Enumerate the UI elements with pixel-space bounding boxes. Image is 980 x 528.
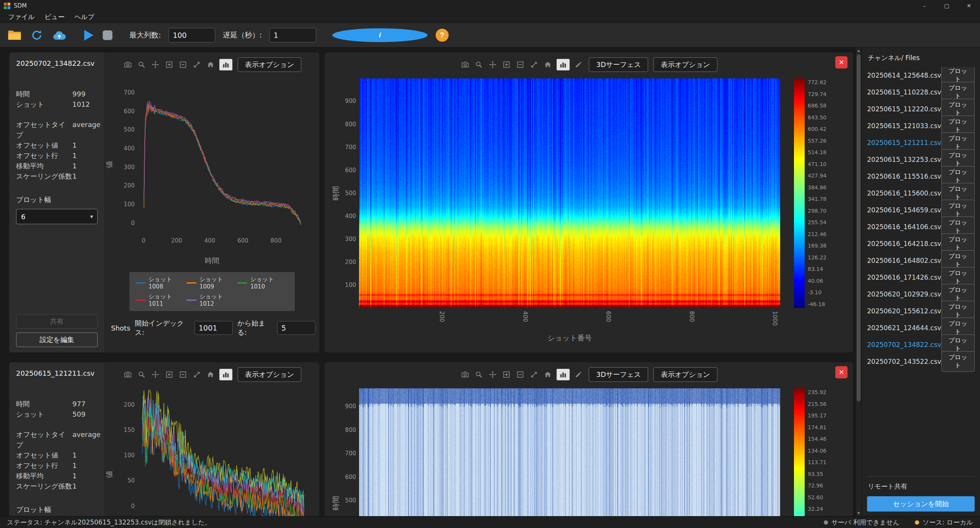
file-name[interactable]: 20250616_164802.csv (867, 257, 941, 264)
plot-width-select[interactable]: 6 (16, 209, 98, 224)
menu-item-2[interactable]: ヘルプ (69, 11, 99, 23)
file-name[interactable]: 20250615_112220.csv (867, 105, 941, 113)
heatmap-canvas[interactable] (359, 388, 780, 516)
file-name[interactable]: 20250615_110228.csv (867, 88, 941, 96)
open-folder-button[interactable] (7, 29, 22, 42)
line-chart-canvas[interactable] (109, 384, 315, 516)
file-name[interactable]: 20250615_132253.csv (867, 156, 941, 163)
file-name[interactable]: 20250621_124644.csv (867, 324, 941, 332)
file-name[interactable]: 20250620_155612.csv (867, 307, 941, 315)
file-name[interactable]: 20250616_115516.csv (867, 173, 941, 180)
legend-item[interactable]: ショット 1012 (186, 293, 237, 307)
pan-icon[interactable] (488, 370, 498, 380)
legend-item[interactable]: ショット 1009 (186, 276, 237, 290)
file-name[interactable]: 20250615_121211.csv (867, 139, 941, 147)
menu-item-0[interactable]: ファイル (3, 11, 40, 23)
close-heatmap-button[interactable]: ✕ (835, 366, 848, 378)
file-name[interactable]: 20250615_121033.csv (867, 122, 941, 130)
start-session-button[interactable]: セッションを開始 (867, 496, 975, 512)
bars-icon[interactable] (557, 59, 570, 70)
vertical-scrollbar[interactable]: ▲ ▼ (856, 47, 861, 516)
info-button[interactable]: i (332, 28, 428, 42)
shots-count-input[interactable] (277, 321, 315, 335)
legend-swatch-icon (237, 282, 247, 284)
surface-3d-button[interactable]: 3Dサーフェス (589, 367, 648, 382)
legend-item[interactable]: ショット 1010 (237, 276, 288, 290)
camera-icon[interactable] (460, 60, 470, 70)
file-name[interactable]: 20250616_164218.csv (867, 240, 941, 248)
help-button[interactable]: ? (436, 29, 449, 42)
zoom-in-icon[interactable] (164, 370, 174, 380)
edit-settings-button[interactable]: 設定を編集 (16, 332, 98, 347)
line-chart-canvas[interactable] (109, 74, 315, 254)
autoscale-icon[interactable] (192, 370, 202, 380)
maximize-icon[interactable]: ▢ (936, 0, 958, 11)
display-options-button[interactable]: 表示オプション (238, 57, 301, 72)
share-button[interactable]: 共有 (16, 314, 98, 329)
scrollbar-thumb[interactable] (857, 54, 861, 401)
zoom-out-icon[interactable] (178, 60, 188, 70)
zoom-icon[interactable] (474, 60, 484, 70)
draw-icon[interactable] (573, 370, 583, 380)
draw-icon[interactable] (573, 60, 583, 70)
home-icon[interactable] (543, 60, 553, 70)
camera-icon[interactable] (123, 60, 133, 70)
legend-item[interactable]: ショット 1008 (136, 276, 186, 290)
zoom-out-icon[interactable] (178, 370, 188, 380)
pan-icon[interactable] (150, 370, 160, 380)
file-name[interactable]: 20250702_134822.csv (867, 341, 941, 349)
plot-button[interactable]: プロット (941, 351, 975, 372)
bars-icon[interactable] (219, 369, 232, 380)
home-icon[interactable] (206, 60, 216, 70)
zoom-out-icon[interactable] (515, 60, 525, 70)
pan-icon[interactable] (488, 60, 498, 70)
display-options-button[interactable]: 表示オプション (653, 367, 717, 382)
scroll-down-icon[interactable]: ▼ (858, 510, 860, 516)
home-icon[interactable] (206, 370, 216, 380)
delay-input[interactable] (270, 28, 316, 42)
max-columns-input[interactable] (168, 28, 215, 42)
camera-icon[interactable] (123, 370, 133, 380)
autoscale-icon[interactable] (192, 60, 202, 70)
y-tick-label: 400 (340, 213, 356, 220)
autoscale-icon[interactable] (529, 370, 539, 380)
cloud-upload-button[interactable] (51, 29, 67, 42)
legend-item[interactable]: ショット 1011 (136, 293, 186, 307)
file-name[interactable]: 20250616_154659.csv (867, 206, 941, 214)
minimize-icon[interactable]: – (913, 0, 936, 11)
menu-item-1[interactable]: ビュー (40, 11, 70, 23)
close-heatmap-button[interactable]: ✕ (835, 56, 848, 68)
file-name[interactable]: 20250616_115600.csv (867, 189, 941, 197)
stop-button[interactable] (102, 29, 113, 41)
shots-start-input[interactable] (194, 321, 233, 335)
file-name[interactable]: 20250702_143522.csv (867, 358, 941, 365)
home-icon[interactable] (543, 370, 553, 380)
zoom-out-icon[interactable] (515, 370, 525, 380)
scrollbar-track[interactable] (856, 54, 861, 510)
colorbar-tick-label: 341.78 (808, 196, 826, 202)
refresh-button[interactable] (30, 28, 44, 42)
zoom-in-icon[interactable] (501, 370, 511, 380)
autoscale-icon[interactable] (529, 60, 539, 70)
zoom-in-icon[interactable] (164, 60, 174, 70)
bars-icon[interactable] (219, 59, 232, 70)
display-options-button[interactable]: 表示オプション (238, 367, 301, 382)
zoom-icon[interactable] (137, 370, 147, 380)
play-button[interactable] (83, 29, 94, 41)
display-options-button[interactable]: 表示オプション (653, 57, 717, 72)
scroll-up-icon[interactable]: ▲ (858, 47, 860, 54)
surface-3d-button[interactable]: 3Dサーフェス (589, 57, 648, 72)
heatmap-canvas[interactable] (359, 78, 780, 308)
file-name[interactable]: 20250616_171426.csv (867, 274, 941, 281)
pan-icon[interactable] (150, 60, 160, 70)
zoom-in-icon[interactable] (501, 60, 511, 70)
zoom-icon[interactable] (137, 60, 147, 70)
bars-icon[interactable] (557, 369, 570, 380)
close-icon[interactable]: ✕ (958, 0, 980, 11)
file-name[interactable]: 20250620_102929.csv (867, 290, 941, 298)
file-name[interactable]: 20250614_125648.csv (867, 72, 941, 79)
camera-icon[interactable] (460, 370, 470, 380)
file-name[interactable]: 20250616_164106.csv (867, 223, 941, 231)
zoom-icon[interactable] (474, 370, 484, 380)
file-row: 20250616_115600.csvプロット (867, 185, 975, 202)
